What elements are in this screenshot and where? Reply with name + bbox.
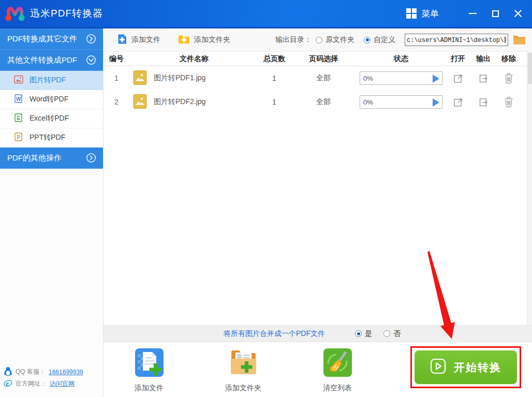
output-path-input[interactable] [405,34,508,46]
radio-original-folder-label[interactable]: 原文件夹 [326,35,354,45]
col-header-filename: 文件名称 [129,54,259,64]
add-file-action[interactable]: 添加文件 [118,348,180,397]
image-file-icon [133,70,147,87]
sidebar-item-label: PPT转PDF [29,133,65,142]
group-label: PDF转换成其它文件 [7,34,77,44]
menu-button[interactable]: 菜单 [406,8,439,20]
export-button[interactable] [471,73,496,84]
page-range[interactable]: 全部 [290,97,357,107]
table-header: 编号 文件名称 总页数 页码选择 状态 打开 输出 移除 [104,52,532,66]
file-name: 图片转PDF2.jpg [154,97,205,107]
add-folder-icon [178,34,190,46]
col-header-status: 状态 [357,54,445,64]
col-header-no: 编号 [104,54,129,64]
output-directory-group: 输出目录： 原文件夹 自定义 [275,34,526,46]
qq-label: QQ 客服： [16,367,46,376]
close-button[interactable] [509,5,527,22]
progress-value: 0% [363,75,373,82]
output-directory-label: 输出目录： [275,35,312,45]
play-icon[interactable] [433,98,439,107]
radio-original-folder[interactable] [316,37,322,43]
app-title: 迅米PDF转换器 [30,7,103,20]
minimize-button[interactable] [464,5,481,22]
merge-no-radio[interactable] [383,330,390,337]
sidebar-item-word-to-pdf[interactable]: W Word转PDF [0,90,103,109]
browse-folder-button[interactable] [513,35,526,45]
col-header-pages: 总页数 [259,54,290,64]
radio-custom-folder-label[interactable]: 自定义 [374,35,395,45]
clear-list-action[interactable]: 清空列表 [306,348,368,397]
window-controls [459,5,527,22]
qq-number-link[interactable]: 1661699939 [49,369,83,376]
start-convert-button[interactable]: 开始转换 [415,350,517,384]
word-icon: W [14,94,23,105]
col-header-output: 输出 [471,54,496,64]
clear-list-action-label: 清空列表 [323,384,352,393]
image-file-icon [133,94,147,111]
ie-icon: e [4,379,12,389]
progress-bar: 0% [360,71,442,85]
open-file-button[interactable] [445,73,471,84]
close-icon [514,9,522,18]
add-file-label: 添加文件 [131,35,160,45]
merge-yes-label[interactable]: 是 [365,329,372,339]
maximize-button[interactable] [486,5,504,22]
official-site-link[interactable]: 访问官网 [50,379,75,388]
clear-list-action-icon [323,348,352,379]
site-label: 官方网址： [16,379,47,388]
group-label: 其他文件转换成PDF [7,55,77,65]
sidebar-group-pdf-other-ops[interactable]: PDF的其他操作 [0,148,103,169]
chevron-down-icon [86,55,96,65]
minimize-icon [469,13,477,14]
col-header-page-range: 页码选择 [290,54,357,64]
excel-icon: E [14,113,23,124]
progress-value: 0% [363,98,373,106]
table-row: 2 图片转PDF2.jpg 1 全部 0% [104,90,532,114]
scrollbar-thumb[interactable] [528,53,532,84]
col-header-open: 打开 [445,54,471,64]
sidebar-item-label: Excel转PDF [29,114,69,123]
sidebar-group-pdf-to-other[interactable]: PDF转换成其它文件 [0,28,103,50]
start-convert-label: 开始转换 [454,360,501,375]
chevron-right-icon [86,34,96,44]
vertical-scrollbar[interactable] [527,52,532,325]
chevron-right-icon [86,153,96,163]
ppt-icon: P [14,133,23,143]
row-number: 1 [104,74,129,82]
sidebar-footer: QQ 客服： 1661699939 e 官方网址： 访问官网 [4,366,83,390]
progress-bar: 0% [360,95,442,109]
export-button[interactable] [471,97,496,108]
main-panel: 添加文件 添加文件夹 输出目录： 原文件夹 自定义 编号 文件名称 总页数 页码… [104,28,532,397]
add-file-action-icon [135,348,164,379]
add-folder-action[interactable]: 添加文件夹 [212,348,274,397]
radio-custom-folder[interactable] [364,37,371,43]
sidebar-item-image-to-pdf[interactable]: 图片转PDF [0,71,103,90]
table-row: 1 图片转PDF1.jpg 1 全部 0% [104,66,532,90]
add-file-button[interactable]: 添加文件 [114,32,164,48]
sidebar-item-excel-to-pdf[interactable]: E Excel转PDF [0,109,103,128]
sidebar-item-ppt-to-pdf[interactable]: P PPT转PDF [0,128,103,148]
page-range[interactable]: 全部 [290,73,357,83]
add-folder-action-label: 添加文件夹 [225,384,261,393]
merge-option-bar: 将所有图片合并成一个PDF文件 是 否 [104,325,532,342]
page-count: 1 [259,74,290,82]
delete-icon[interactable] [496,72,522,84]
open-file-button[interactable] [445,97,471,108]
add-folder-button[interactable]: 添加文件夹 [175,32,233,48]
maximize-icon [492,10,499,17]
sidebar-group-other-to-pdf[interactable]: 其他文件转换成PDF [0,50,103,71]
delete-icon[interactable] [496,96,522,108]
add-file-icon [117,34,127,46]
merge-no-label[interactable]: 否 [393,329,401,339]
row-number: 2 [104,98,129,106]
sidebar: PDF转换成其它文件 其他文件转换成PDF 图片转PDF W Word转PDF … [0,28,104,397]
svg-text:W: W [16,96,21,102]
play-icon[interactable] [433,75,439,83]
sidebar-item-label: 图片转PDF [29,76,66,85]
file-list: 1 图片转PDF1.jpg 1 全部 0% [104,66,532,325]
sidebar-item-label: Word转PDF [29,95,68,104]
merge-yes-radio[interactable] [355,330,362,337]
toolbar: 添加文件 添加文件夹 输出目录： 原文件夹 自定义 [104,28,532,52]
menu-label: 菜单 [421,8,439,20]
svg-text:P: P [17,135,21,140]
